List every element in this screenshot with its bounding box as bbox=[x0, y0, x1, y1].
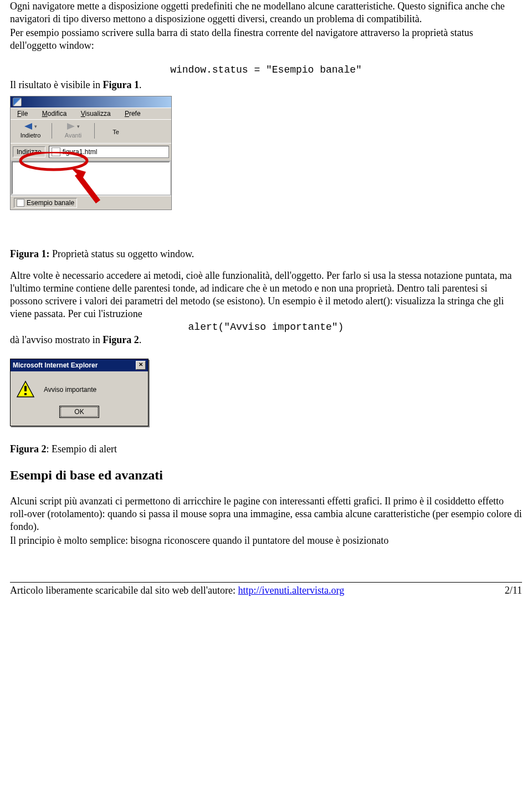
methods-paragraph: Altre volte è necessario accedere ai met… bbox=[10, 269, 522, 320]
figure-2-caption: Figura 2: Esempio di alert bbox=[10, 443, 522, 456]
svg-rect-4 bbox=[24, 393, 27, 395]
intro-paragraph: Ogni navigatore mette a disposizione ogg… bbox=[10, 0, 522, 25]
browser-toolbar: ▾ Indietro ▾ Avanti Te bbox=[11, 119, 171, 143]
page-icon bbox=[52, 147, 60, 156]
forward-button[interactable]: ▾ Avanti bbox=[55, 123, 91, 139]
third-button[interactable]: Te bbox=[98, 126, 134, 135]
back-button[interactable]: ▾ Indietro bbox=[13, 123, 48, 139]
intro-paragraph-b: Per esempio possiamo scrivere sulla barr… bbox=[10, 27, 522, 52]
warning-icon bbox=[16, 380, 35, 399]
advanced-paragraph-b: Il principio è molto semplice: bisogna r… bbox=[10, 534, 522, 547]
menu-file[interactable]: File bbox=[17, 110, 28, 118]
menu-visualizza[interactable]: Visualizza bbox=[81, 110, 111, 118]
advanced-paragraph: Alcuni script più avanzati ci permettono… bbox=[10, 495, 522, 533]
page-footer: Articolo liberamente scaricabile dal sit… bbox=[10, 585, 522, 596]
svg-rect-3 bbox=[24, 386, 27, 391]
code-example-1: window.status = "Esempio banale" bbox=[10, 64, 522, 75]
footer-separator bbox=[10, 582, 522, 583]
arrow-right-icon bbox=[67, 123, 75, 130]
browser-titlebar bbox=[11, 96, 171, 108]
ok-button[interactable]: OK bbox=[59, 406, 99, 418]
menu-modifica[interactable]: Modifica bbox=[42, 110, 67, 118]
figure-1-caption: Figura 1: Proprietà status su oggetto wi… bbox=[10, 248, 522, 261]
section-heading: Esempi di base ed avanzati bbox=[10, 468, 522, 483]
dialog-title: Microsoft Internet Explorer bbox=[13, 361, 98, 369]
figure2-reference: dà l'avviso mostrato in Figura 2. bbox=[10, 334, 522, 346]
arrow-left-icon bbox=[24, 123, 32, 130]
code-example-2: alert("Avviso importante") bbox=[10, 321, 522, 333]
ie-icon bbox=[13, 98, 22, 106]
browser-viewport bbox=[12, 161, 170, 195]
browser-menubar: File Modifica Visualizza Prefe bbox=[11, 108, 171, 119]
figure-1-browser-mock: File Modifica Visualizza Prefe ▾ Indietr… bbox=[10, 96, 172, 210]
browser-statusbar: Esempio banale bbox=[11, 196, 171, 210]
address-label: Indirizzo bbox=[13, 146, 45, 157]
dialog-message: Avviso importante bbox=[44, 386, 96, 394]
figure-2-alert-dialog: Microsoft Internet Explorer ✕ Avviso imp… bbox=[10, 359, 149, 426]
author-link[interactable]: http://ivenuti.altervista.org bbox=[238, 585, 345, 596]
address-bar: Indirizzo figura1.html bbox=[11, 143, 171, 160]
close-icon[interactable]: ✕ bbox=[136, 361, 146, 370]
menu-pref[interactable]: Prefe bbox=[125, 110, 141, 118]
status-cell: Esempio banale bbox=[14, 198, 77, 208]
figure1-reference: Il risultato è visibile in Figura 1. bbox=[10, 79, 522, 91]
dialog-titlebar: Microsoft Internet Explorer ✕ bbox=[11, 359, 148, 371]
page-number: 2/11 bbox=[505, 585, 522, 596]
page-icon bbox=[17, 199, 24, 207]
address-input[interactable]: figura1.html bbox=[49, 146, 169, 158]
status-text: Esempio banale bbox=[27, 199, 74, 207]
